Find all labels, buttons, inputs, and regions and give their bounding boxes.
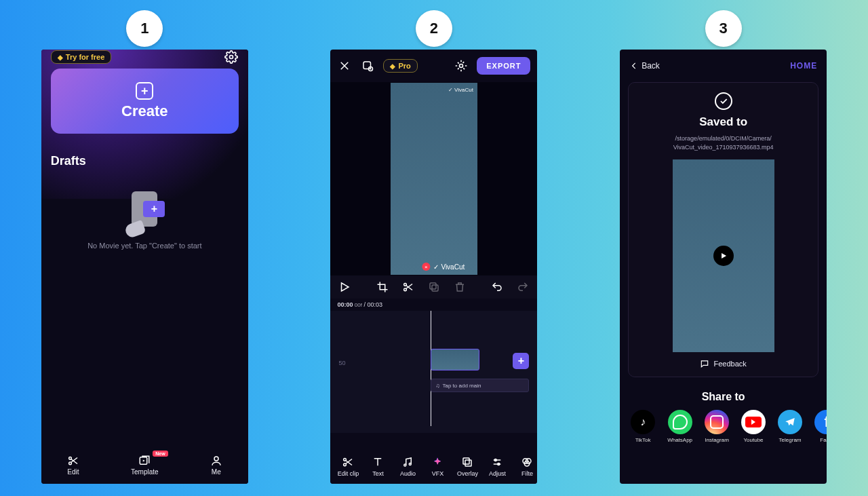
nav-me[interactable]: Me xyxy=(210,455,222,476)
share-whatsapp[interactable]: WhatsApp xyxy=(667,410,692,443)
tool-overlay[interactable]: Overlay xyxy=(452,456,482,477)
diamond-icon: ◆ xyxy=(58,54,63,61)
close-button[interactable] xyxy=(337,58,352,73)
crop-button[interactable] xyxy=(375,280,390,294)
tool-filter[interactable]: Filte xyxy=(512,456,537,477)
tool-bar: Edit clip Text Audio VFX Overlay Adjust … xyxy=(330,449,537,484)
share-instagram[interactable]: Instagram xyxy=(705,410,729,443)
help-icon xyxy=(361,60,374,72)
create-label: Create xyxy=(121,102,167,120)
screen-1-home: ◆ Try for free + Create Drafts + No Movi… xyxy=(41,50,248,484)
drafts-empty-message: No Movie yet. Tap "Create" to start xyxy=(87,242,201,250)
share-youtube[interactable]: Youtube xyxy=(741,410,766,443)
success-check-icon xyxy=(715,92,732,110)
tool-adjust[interactable]: Adjust xyxy=(482,456,512,477)
drafts-empty-state: + No Movie yet. Tap "Create" to start xyxy=(51,191,239,250)
step-badge-1: 1 xyxy=(126,10,163,47)
play-icon xyxy=(338,281,351,293)
layers-icon xyxy=(461,456,473,468)
play-icon xyxy=(719,251,728,261)
watermark-top: ✓ VivaCut xyxy=(448,87,473,93)
redo-button[interactable] xyxy=(515,280,530,294)
back-label: Back xyxy=(642,61,660,71)
svg-point-8 xyxy=(404,283,407,286)
share-tiktok[interactable]: TikTok xyxy=(631,410,655,443)
chat-icon xyxy=(700,359,709,368)
filter-icon xyxy=(521,456,533,468)
scissors-icon xyxy=(402,281,414,293)
new-badge: New xyxy=(153,451,167,457)
undo-button[interactable] xyxy=(490,280,505,294)
svg-point-14 xyxy=(404,464,406,466)
hand-tap-icon: + xyxy=(124,191,165,232)
saved-title: Saved to xyxy=(699,115,747,129)
whatsapp-icon xyxy=(668,410,692,434)
svg-point-4 xyxy=(214,457,218,461)
timeline-zoom-label: 50 xyxy=(338,360,345,366)
nav-edit[interactable]: Edit xyxy=(67,455,79,476)
remove-watermark-button[interactable]: × xyxy=(422,263,430,271)
copy-icon xyxy=(428,281,440,293)
screen-2-editor: ◆ Pro EXPORT ✓ VivaCut × ✓ VivaCut xyxy=(330,50,537,484)
help-button[interactable] xyxy=(360,58,375,73)
music-icon xyxy=(401,456,414,468)
time-display: 00:00 00f / 00:03 xyxy=(330,299,537,311)
pro-button[interactable]: ◆ Pro xyxy=(383,59,417,73)
pro-label: Pro xyxy=(398,62,410,70)
share-telegram[interactable]: Telegram xyxy=(778,410,802,443)
watermark-logo-icon: ✓ xyxy=(433,263,439,271)
svg-rect-16 xyxy=(463,458,469,464)
crop-icon xyxy=(376,281,389,293)
editor-settings-button[interactable] xyxy=(454,58,469,73)
audio-track[interactable]: ♫ Tap to add main xyxy=(431,379,529,392)
export-button[interactable]: EXPORT xyxy=(477,57,530,75)
split-button[interactable] xyxy=(401,280,416,294)
delete-button[interactable] xyxy=(452,280,467,294)
saved-path: /storage/emulated/0/DCIM/Camera/VivaCut_… xyxy=(673,134,774,151)
preview-video[interactable]: ✓ VivaCut × ✓ VivaCut xyxy=(391,83,477,275)
tool-audio[interactable]: Audio xyxy=(393,456,422,477)
svg-point-2 xyxy=(69,461,72,464)
person-icon xyxy=(210,455,222,467)
facebook-icon: f xyxy=(814,410,827,434)
preview-area: ✓ VivaCut × ✓ VivaCut xyxy=(330,82,537,275)
sparkle-icon xyxy=(431,456,443,468)
svg-rect-10 xyxy=(430,283,436,289)
create-button[interactable]: + Create xyxy=(51,69,239,134)
add-clip-button[interactable]: + xyxy=(513,353,529,369)
nav-template-label: Template xyxy=(131,468,159,476)
diamond-icon: ◆ xyxy=(390,62,395,70)
back-button[interactable]: Back xyxy=(629,61,660,71)
drafts-heading: Drafts xyxy=(51,154,239,168)
settings-button[interactable] xyxy=(224,50,239,64)
video-clip[interactable] xyxy=(431,349,479,370)
feedback-button[interactable]: Feedback xyxy=(700,359,746,368)
play-button[interactable] xyxy=(337,280,352,294)
home-button[interactable]: HOME xyxy=(790,61,817,71)
redo-icon xyxy=(517,281,529,293)
template-icon xyxy=(138,455,151,467)
nav-template[interactable]: New Template xyxy=(131,455,159,476)
audio-hint-label: Tap to add main xyxy=(442,383,481,389)
copy-button[interactable] xyxy=(427,280,441,294)
share-heading: Share to xyxy=(620,391,827,403)
tool-text[interactable]: Text xyxy=(363,456,393,477)
play-button[interactable] xyxy=(713,246,734,266)
try-for-free-button[interactable]: ◆ Try for free xyxy=(51,50,111,64)
svg-rect-17 xyxy=(465,460,471,466)
nav-me-label: Me xyxy=(212,468,221,476)
undo-icon xyxy=(491,281,503,293)
editor-toolbar xyxy=(330,275,537,299)
nav-edit-label: Edit xyxy=(67,468,79,476)
tool-vfx[interactable]: VFX xyxy=(422,456,452,477)
watermark-bottom-label: VivaCut xyxy=(441,263,465,271)
svg-rect-5 xyxy=(363,62,371,69)
tiktok-icon xyxy=(631,410,655,434)
share-row: TikTok WhatsApp Instagram Youtube Telegr… xyxy=(620,410,827,443)
svg-point-12 xyxy=(344,458,347,461)
tool-edit-clip[interactable]: Edit clip xyxy=(333,456,363,477)
share-facebook[interactable]: fFacel xyxy=(814,410,827,443)
timeline[interactable]: 00:00 50 + ♫ Tap to add main xyxy=(330,311,537,433)
scissors-icon xyxy=(342,456,354,468)
svg-point-0 xyxy=(229,56,233,59)
